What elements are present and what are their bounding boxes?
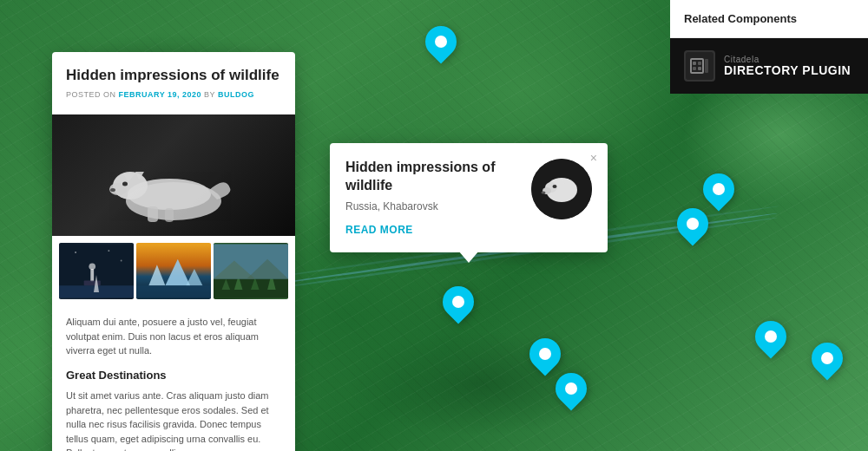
map-pin[interactable]	[425, 26, 457, 57]
thumbnail-2[interactable]	[136, 243, 211, 299]
popup-location: Russia, Khabarovsk	[345, 200, 519, 212]
blog-card: Hidden impressions of wildlife POSTED ON…	[52, 52, 295, 451]
map-pin[interactable]	[677, 208, 708, 239]
svg-point-38	[553, 185, 557, 188]
svg-rect-42	[693, 62, 696, 65]
svg-point-12	[89, 264, 95, 271]
popup-card: Hidden impressions of wildlife Russia, K…	[330, 143, 608, 252]
map-pin[interactable]	[556, 373, 587, 404]
map-pin[interactable]	[755, 321, 786, 352]
popup-content: Hidden impressions of wildlife Russia, K…	[345, 159, 519, 237]
svg-rect-11	[90, 269, 94, 281]
svg-rect-9	[165, 208, 174, 222]
svg-rect-44	[693, 67, 696, 70]
svg-rect-40	[686, 52, 713, 80]
svg-point-7	[110, 188, 115, 192]
blog-title: Hidden impressions of wildlife	[66, 66, 281, 85]
map-pin[interactable]	[703, 173, 734, 205]
blog-body-text: Aliquam dui ante, posuere a justo vel, f…	[52, 306, 295, 451]
related-components-header: Related Components	[670, 0, 868, 38]
popup-title: Hidden impressions of wildlife	[345, 159, 519, 195]
blog-thumbnails	[52, 236, 295, 306]
directory-plugin-card[interactable]: Citadela DIRECTORY PLUGIN	[670, 38, 868, 94]
svg-point-17	[121, 260, 122, 262]
svg-point-16	[108, 250, 109, 252]
popup-image	[531, 159, 592, 219]
map-pin[interactable]	[529, 338, 561, 369]
svg-rect-45	[698, 67, 701, 70]
svg-rect-14	[59, 285, 134, 297]
blog-section-title: Great Destinations	[66, 367, 281, 384]
svg-rect-8	[148, 206, 158, 222]
blog-author-link[interactable]: BULDOG	[218, 90, 254, 99]
plugin-name-label: DIRECTORY PLUGIN	[724, 64, 851, 77]
wolf-hero-illustration	[104, 141, 243, 227]
svg-rect-43	[698, 62, 701, 65]
svg-rect-22	[136, 285, 211, 297]
svg-rect-46	[705, 59, 708, 73]
popup-close-button[interactable]: ×	[590, 152, 597, 164]
map-pin[interactable]	[443, 286, 474, 317]
svg-point-39	[542, 192, 546, 194]
thumbnail-3[interactable]	[214, 243, 288, 299]
blog-meta: POSTED ON FEBRUARY 19, 2020 BY BULDOG	[66, 90, 281, 99]
popup-read-more-link[interactable]: READ MORE	[345, 224, 413, 236]
related-components-panel: Related Components Citadela DIRECTORY PL…	[670, 0, 868, 94]
thumbnail-1[interactable]	[59, 243, 134, 299]
blog-date-link[interactable]: FEBRUARY 19, 2020	[119, 90, 202, 99]
svg-point-15	[75, 252, 76, 253]
svg-rect-13	[84, 281, 101, 286]
blog-hero-image	[52, 114, 295, 236]
svg-point-6	[122, 182, 128, 186]
plugin-logo	[684, 50, 715, 82]
map-pin[interactable]	[812, 343, 843, 374]
plugin-text: Citadela DIRECTORY PLUGIN	[724, 55, 851, 77]
